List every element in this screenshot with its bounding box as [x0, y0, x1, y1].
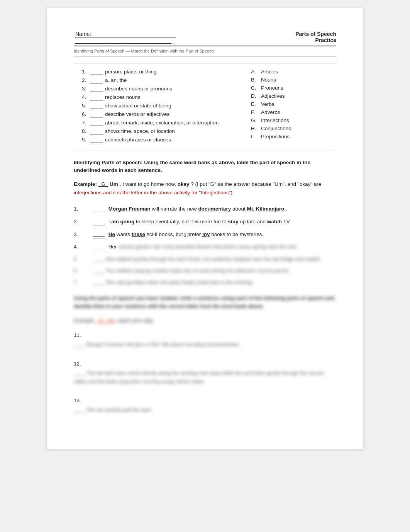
right-letter-1: A.	[251, 69, 261, 75]
name-label: Name:	[75, 31, 176, 37]
example-bold: okay	[178, 181, 190, 187]
right-text-6: Adverbs	[261, 109, 280, 115]
sentence-item-3: 3. ____ He wants these sci-fi books, but…	[74, 230, 336, 239]
left-num-1: 1.	[82, 69, 90, 75]
left-num-9: 9.	[82, 137, 90, 143]
left-blank-6	[90, 111, 103, 117]
blank-4: ____	[93, 242, 105, 251]
matching-right-item-5: E. Verbs	[251, 101, 328, 107]
s1-mid: will narrate the new	[152, 206, 198, 212]
sentence-num-1: 1.	[74, 205, 93, 213]
matching-right: A. Articles B. Nouns C. Pronouns D. Adje…	[251, 69, 328, 145]
s3-bold1: He	[108, 231, 115, 237]
extra-num-12: 12.	[74, 361, 336, 367]
extra-content-13: ____ She ran quickly past the park.	[74, 406, 336, 414]
section2-heading: Identifying Parts of Speech: Using the s…	[74, 159, 336, 175]
left-text-3: describes nouns or pronouns	[105, 86, 172, 92]
left-num-4: 4.	[82, 94, 90, 100]
left-text-5: show action or state of being	[105, 103, 171, 109]
matching-right-item-9: I. Prepositions	[251, 134, 328, 139]
s4-text: Her	[108, 244, 119, 250]
right-letter-9: I.	[251, 134, 261, 139]
matching-left-item-4: 4. replaces nouns	[82, 94, 235, 100]
s3-bold2: these	[132, 231, 145, 237]
s1-end: about	[232, 206, 247, 212]
right-text-7: Interjections	[261, 117, 289, 123]
extra-item-11: 11. ____ Morgan Freeman will give a TED …	[74, 332, 336, 349]
matching-left-item-2: 2. a, an, the	[82, 77, 235, 83]
left-num-2: 2.	[82, 77, 90, 83]
matching-left-item-7: 7. abrupt remark, aside, exclamation, or…	[82, 120, 235, 126]
s1-bold3: Mt. Kilimanjaro	[247, 206, 284, 212]
left-blank-7	[90, 120, 103, 126]
right-letter-4: D.	[251, 93, 261, 99]
matching-left-item-8: 8. shows time, space, or location	[82, 128, 235, 134]
s3-mid3: prefer	[187, 231, 202, 237]
s2-mid3: up late and	[240, 219, 267, 224]
matching-left-item-3: 3. describes nouns or pronouns	[82, 86, 235, 92]
matching-right-item-6: F. Adverbs	[251, 109, 328, 115]
extra-content-12: ____ The tall dark trees stood silently …	[74, 369, 336, 386]
matching-right-item-8: H. Conjunctions	[251, 126, 328, 131]
example-block: Example: _G_ Um , I want to go home now,…	[74, 180, 336, 198]
example-word: Um	[110, 181, 118, 187]
name-underline: ________________________________	[75, 37, 176, 44]
left-blank-2	[90, 77, 103, 83]
example-red1: interjections	[74, 190, 102, 195]
matching-right-item-7: G. Interjections	[251, 117, 328, 123]
left-blank-4	[90, 94, 103, 100]
sentence-num-3: 3.	[74, 230, 93, 239]
s3-bold3: I	[184, 231, 186, 237]
sentence-num-4: 4.	[74, 243, 93, 251]
subtitle: Identifying Parts of Speech — Match the …	[74, 49, 336, 57]
left-text-7: abrupt remark, aside, exclamation, or in…	[105, 120, 219, 126]
s3-end: books to be mysteries.	[211, 231, 263, 237]
matching-left: 1. person, place, or thing 2. a, an, the…	[82, 69, 235, 145]
left-text-9: connects phrases or clauses	[105, 137, 171, 143]
example-explanation-black: (I put "G" as the answer because "Um", a…	[195, 181, 322, 187]
matching-right-item-2: B. Nouns	[251, 77, 328, 83]
blurred-num-7: 7.	[74, 278, 93, 287]
left-text-1: person, place, or thing	[105, 69, 157, 75]
example-red2: and it is the letter in the above activi…	[103, 190, 232, 195]
s1-final: .	[286, 206, 287, 212]
blurred-text-6: ____ The children playing outside made l…	[93, 267, 290, 275]
blurred-item-6: 6. ____ The children playing outside mad…	[74, 267, 336, 275]
worksheet-header: Name: ________________________________ P…	[74, 31, 336, 46]
blurred-text-5: ____ She walked quickly through the dark…	[93, 255, 321, 263]
sentence-item-1: 1. ____ Morgan Freeman will narrate the …	[74, 204, 336, 213]
right-text-2: Nouns	[261, 77, 276, 83]
s2-mid2: more fun to	[200, 219, 228, 224]
blurred-num-6: 6.	[74, 267, 93, 275]
s2-bold3: stay	[228, 219, 238, 224]
right-letter-7: G.	[251, 117, 261, 123]
matching-right-item-1: A. Articles	[251, 69, 328, 75]
left-num-3: 3.	[82, 86, 90, 92]
extra-content-11: ____ Morgan Freeman will give a TED Talk…	[74, 340, 336, 349]
s3-bold4: my	[202, 231, 210, 237]
right-letter-5: E.	[251, 101, 261, 107]
s2-mid1: to sleep eventually, but it	[136, 219, 194, 224]
left-blank-3	[90, 86, 103, 92]
left-num-6: 6.	[82, 111, 90, 117]
left-text-2: a, an, the	[105, 77, 127, 83]
left-text-4: replaces nouns	[105, 94, 141, 100]
left-text-8: shows time, space, or location	[105, 128, 175, 134]
blurred-text-7: ____ She said goodbye when the party fin…	[93, 278, 253, 287]
s2-bold1: am going	[111, 219, 134, 224]
extra-items: 11. ____ Morgan Freeman will give a TED …	[74, 332, 336, 414]
blank-1: ____	[93, 204, 105, 213]
right-text-4: Adjectives	[261, 93, 285, 99]
s3-mid2: sci-fi books, but	[147, 231, 185, 237]
example-rest: , I want to go home now,	[120, 181, 176, 187]
s2-end: TV.	[283, 219, 291, 224]
right-letter-2: B.	[251, 77, 261, 83]
s3-mid1: wants	[117, 231, 132, 237]
sentence-item-2: 2. ____ I am going to sleep eventually, …	[74, 217, 336, 226]
sentence-item-4: 4. ____ Her colorful garden has many bea…	[74, 242, 336, 251]
matching-left-item-6: 6. describe verbs or adjectives	[82, 111, 235, 117]
s2-bold4: watch	[267, 219, 282, 224]
left-blank-5	[90, 103, 103, 109]
right-letter-3: C.	[251, 85, 261, 91]
right-text-1: Articles	[261, 69, 278, 75]
